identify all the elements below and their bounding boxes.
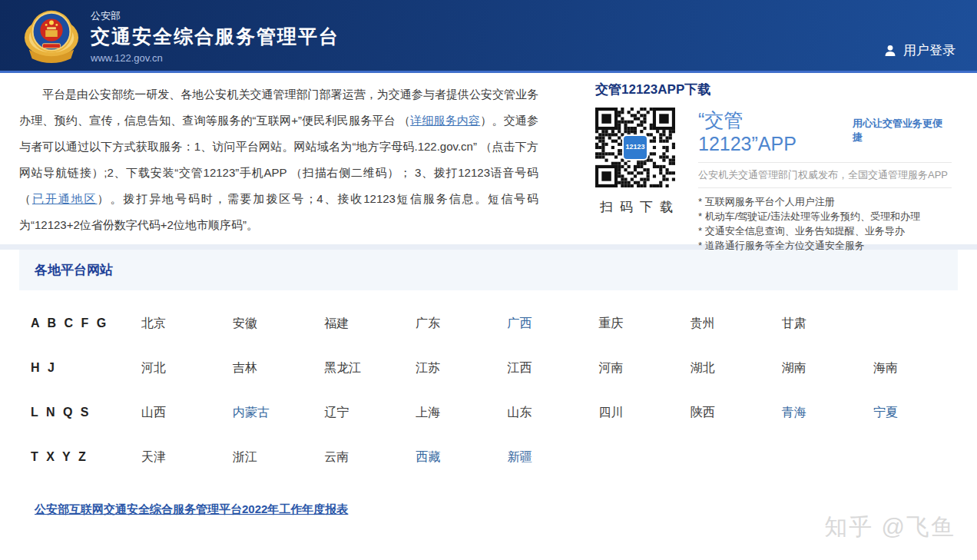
province-link[interactable]: 山东 xyxy=(500,405,591,421)
user-icon xyxy=(883,44,897,58)
app-feature-item: * 互联网服务平台个人用户注册 xyxy=(698,194,952,209)
province-link[interactable]: 广西 xyxy=(500,316,591,332)
province-row: L N Q S山西内蒙古辽宁上海山东四川陕西青海宁夏 xyxy=(19,390,958,435)
province-link[interactable]: 甘肃 xyxy=(775,316,866,332)
ministry-label: 公安部 xyxy=(91,9,339,23)
app-download-title: 交管12123APP下载 xyxy=(595,81,958,98)
province-link[interactable]: 海南 xyxy=(866,360,958,376)
province-link[interactable]: 四川 xyxy=(592,405,684,421)
watermark: 知乎 @飞鱼 xyxy=(824,512,955,543)
intro-paragraph: 平台是由公安部统一研发、各地公安机关交通管理部门部署运营，为交通参与者提供公安交… xyxy=(19,73,538,244)
app-download-section: 交管12123APP下载 12123 扫码下载 “交管12123”APP 用心让… xyxy=(595,73,958,244)
province-link[interactable]: 江苏 xyxy=(409,360,500,376)
sites-section-title: 各地平台网站 xyxy=(35,261,113,279)
province-link[interactable]: 陕西 xyxy=(684,405,775,421)
annual-report-link[interactable]: 公安部互联网交通安全综合服务管理平台2022年工作年度报表 xyxy=(35,502,348,515)
intro-text-3: ）。拨打异地号码时，需要加拨区号；4、接收12123短信服务信息。短信号码为“1… xyxy=(19,192,538,231)
police-badge-logo xyxy=(22,5,81,68)
letter-group-label: T X Y Z xyxy=(19,450,134,464)
province-link[interactable]: 湖北 xyxy=(684,360,775,376)
province-link[interactable]: 黑龙江 xyxy=(317,360,409,376)
province-link[interactable]: 河南 xyxy=(592,360,684,376)
province-link[interactable]: 宁夏 xyxy=(866,405,958,421)
user-login-button[interactable]: 用户登录 xyxy=(883,41,955,59)
province-link[interactable]: 贵州 xyxy=(684,316,775,332)
province-link[interactable]: 新疆 xyxy=(500,449,591,466)
province-link[interactable]: 河北 xyxy=(134,360,226,376)
province-link[interactable]: 浙江 xyxy=(226,449,317,466)
main-panel: 平台是由公安部统一研发、各地公安机关交通管理部门部署运营，为交通参与者提供公安交… xyxy=(0,73,977,250)
letter-group-label: A B C F G xyxy=(19,316,134,330)
opened-area-link[interactable]: 已开通地区 xyxy=(32,192,98,205)
app-feature-item: * 交通安全信息查询、业务告知提醒、业务导办 xyxy=(698,224,952,238)
province-link[interactable]: 湖南 xyxy=(775,360,866,376)
province-link[interactable]: 福建 xyxy=(317,316,409,332)
qr-center-label: 12123 xyxy=(625,143,644,151)
province-row: A B C F G北京安徽福建广东广西重庆贵州甘肃 xyxy=(19,301,958,346)
app-feature-list: * 互联网服务平台个人用户注册* 机动车/驾驶证/违法处理等业务预约、受理和办理… xyxy=(698,194,952,253)
service-detail-link[interactable]: 详细服务内容 xyxy=(410,114,480,127)
province-link[interactable]: 重庆 xyxy=(592,316,684,332)
app-name: “交管12123”APP xyxy=(698,108,840,155)
province-link[interactable]: 西藏 xyxy=(409,449,500,466)
province-link[interactable]: 江西 xyxy=(500,360,591,376)
province-link[interactable]: 吉林 xyxy=(226,360,317,376)
sites-section-bar: 各地平台网站 xyxy=(19,250,958,290)
app-feature-item: * 机动车/驾驶证/违法处理等业务预约、受理和办理 xyxy=(698,209,952,224)
province-link[interactable]: 青海 xyxy=(775,405,866,421)
province-grid: A B C F G北京安徽福建广东广西重庆贵州甘肃H J河北吉林黑龙江江苏江西河… xyxy=(0,290,977,479)
user-login-label: 用户登录 xyxy=(903,41,955,59)
province-row: T X Y Z天津浙江云南西藏新疆 xyxy=(19,435,958,479)
brand: 公安部 交通安全综合服务管理平台 www.122.gov.cn xyxy=(22,5,339,68)
qr-caption: 扫码下载 xyxy=(600,198,677,216)
province-link[interactable]: 云南 xyxy=(317,449,409,466)
app-subtitle: 公安机关交通管理部门权威发布，全国交通管理服务APP xyxy=(698,162,952,188)
province-link[interactable]: 内蒙古 xyxy=(226,405,317,421)
province-link[interactable]: 辽宁 xyxy=(317,405,409,421)
letter-group-label: H J xyxy=(19,361,134,375)
page-title: 交通安全综合服务管理平台 xyxy=(91,25,339,48)
province-link[interactable]: 上海 xyxy=(409,405,500,421)
app-slogan: 用心让交管业务更便捷 xyxy=(853,117,952,144)
header: 公安部 交通安全综合服务管理平台 www.122.gov.cn 用户登录 xyxy=(0,0,977,73)
province-row: H J河北吉林黑龙江江苏江西河南湖北湖南海南 xyxy=(19,346,958,390)
site-url: www.122.gov.cn xyxy=(91,52,339,64)
province-link[interactable]: 北京 xyxy=(134,316,226,332)
province-link[interactable]: 天津 xyxy=(134,449,226,466)
app-feature-item: * 道路通行服务等全方位交通安全服务 xyxy=(698,238,952,253)
letter-group-label: L N Q S xyxy=(19,406,134,419)
province-link[interactable]: 广东 xyxy=(409,316,500,332)
province-link[interactable]: 安徽 xyxy=(226,316,317,332)
province-link[interactable]: 山西 xyxy=(134,405,226,421)
brand-text: 公安部 交通安全综合服务管理平台 www.122.gov.cn xyxy=(91,9,339,64)
qr-code: 12123 xyxy=(595,108,675,187)
